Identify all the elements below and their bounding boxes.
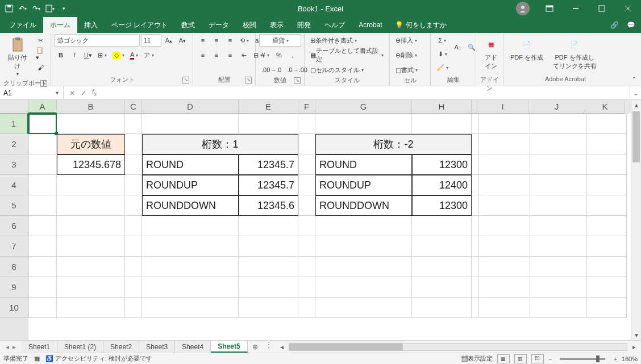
cell[interactable]: ROUNDUP [142, 175, 239, 195]
cell[interactable] [57, 114, 125, 134]
cell[interactable] [315, 298, 412, 318]
font-color-button[interactable]: A [128, 49, 140, 61]
cell[interactable] [239, 257, 298, 277]
formula-input[interactable] [102, 86, 630, 99]
normal-view-icon[interactable]: ▦ [497, 354, 510, 363]
sheet-tab[interactable]: Sheet1 (2) [57, 341, 103, 353]
cell[interactable] [530, 236, 587, 257]
addin-button[interactable]: ▦ アドイン [480, 34, 502, 73]
tab-formulas[interactable]: 数式 [174, 17, 202, 33]
zoom-in-icon[interactable]: + [613, 355, 617, 362]
expand-formula-icon[interactable]: ⌄ [630, 86, 641, 99]
cell-styles-button[interactable]: ▢ セルのスタイル [308, 64, 366, 76]
row-header[interactable]: 9 [0, 277, 28, 298]
maximize-button[interactable] [589, 0, 615, 17]
cell[interactable] [530, 277, 587, 298]
orientation-icon[interactable]: ⟲ [238, 34, 251, 47]
tab-split-handle[interactable]: ⋮ [263, 341, 275, 353]
tab-developer[interactable]: 開発 [290, 17, 318, 33]
row-header[interactable]: 6 [0, 216, 28, 236]
cell[interactable] [479, 236, 530, 257]
cell[interactable] [57, 175, 125, 195]
cell[interactable] [587, 257, 627, 277]
tab-help[interactable]: ヘルプ [318, 17, 352, 33]
column-header[interactable]: A [28, 100, 57, 114]
cell[interactable]: ROUNDUP [315, 175, 412, 195]
align-left-icon[interactable]: ≡ [197, 49, 209, 61]
cell[interactable] [57, 277, 125, 298]
cell[interactable]: ROUND [315, 154, 412, 175]
format-cells-button[interactable]: ▢ 書式 [393, 64, 420, 76]
indent-dec-icon[interactable]: ⇤ [238, 49, 250, 61]
column-header[interactable]: B [57, 100, 125, 114]
redo-icon[interactable]: ↷▾ [32, 4, 41, 13]
sort-filter-icon[interactable]: A↓ [452, 34, 464, 60]
accessibility-status[interactable]: ♿ アクセシビリティ: 検討が必要です [45, 354, 152, 363]
cell[interactable] [472, 114, 479, 134]
user-avatar[interactable] [516, 2, 530, 15]
cell[interactable] [239, 114, 298, 134]
italic-button[interactable]: I [68, 49, 81, 61]
sheet-tab[interactable]: Sheet3 [139, 341, 175, 353]
cell[interactable] [479, 134, 530, 154]
sheet-tab[interactable]: Sheet1 [22, 341, 57, 353]
cell[interactable] [298, 195, 315, 216]
cell[interactable] [28, 195, 57, 216]
scroll-left-icon[interactable]: ◂ [277, 343, 286, 351]
display-settings[interactable]: ▦表示設定 [461, 354, 493, 363]
row-header[interactable]: 2 [0, 134, 28, 154]
paste-button[interactable]: 貼り付け ▾ [3, 34, 31, 79]
increase-font-icon[interactable]: A▴ [163, 34, 175, 47]
cell[interactable] [28, 257, 57, 277]
scroll-up-icon[interactable]: ▴ [631, 100, 641, 110]
share-pdf-button[interactable]: 📄 PDF を作成してリンクを共有 [549, 34, 600, 73]
column-header[interactable] [472, 100, 477, 114]
cell[interactable] [28, 298, 57, 318]
fill-icon[interactable]: ⬇ [434, 48, 451, 60]
scroll-thumb[interactable] [632, 111, 640, 162]
cell[interactable] [315, 216, 412, 236]
cell[interactable] [298, 175, 315, 195]
cell[interactable] [28, 134, 57, 154]
cell[interactable] [239, 277, 298, 298]
column-header[interactable]: E [239, 100, 298, 114]
cell[interactable] [125, 277, 142, 298]
cell[interactable]: ROUND [142, 154, 239, 175]
row-header[interactable]: 3 [0, 154, 28, 175]
cell[interactable] [587, 175, 627, 195]
cell[interactable] [125, 154, 142, 175]
minimize-button[interactable] [563, 0, 589, 17]
cell[interactable] [57, 216, 125, 236]
cell[interactable] [587, 195, 627, 216]
font-size-input[interactable] [141, 34, 161, 47]
cell[interactable] [530, 134, 587, 154]
decrease-font-icon[interactable]: A▾ [176, 34, 189, 47]
cell[interactable] [142, 257, 239, 277]
cell[interactable] [412, 277, 472, 298]
new-icon[interactable]: ▾ [45, 4, 55, 13]
cancel-formula-icon[interactable]: ✕ [69, 89, 75, 97]
tell-me-search[interactable]: 💡 何をしますか [389, 17, 452, 33]
font-name-input[interactable] [55, 34, 140, 47]
cell[interactable] [57, 298, 125, 318]
dialog-launcher-icon[interactable]: ↘ [182, 77, 189, 83]
cell[interactable] [412, 257, 472, 277]
cell[interactable] [412, 114, 472, 134]
scroll-right-icon[interactable]: ▸ [630, 343, 639, 351]
fill-color-button[interactable]: ◇ [110, 49, 127, 61]
border-button[interactable]: ⊞ [95, 49, 109, 61]
cell[interactable]: ROUNDDOWN [142, 195, 239, 216]
align-bottom-icon[interactable]: ≡ [224, 34, 236, 47]
sheet-nav-prev-icon[interactable]: ◂ [6, 343, 9, 351]
cell[interactable] [298, 154, 315, 175]
autosum-icon[interactable]: Σ [434, 34, 451, 47]
page-layout-view-icon[interactable]: ▥ [514, 354, 527, 363]
cell[interactable] [28, 216, 57, 236]
tab-data[interactable]: データ [202, 17, 236, 33]
format-painter-icon[interactable]: 🖌 [34, 61, 47, 74]
comments-icon[interactable]: 💬 [627, 21, 635, 29]
column-header[interactable]: I [477, 100, 528, 114]
cell[interactable] [239, 236, 298, 257]
cell[interactable] [125, 134, 142, 154]
sheet-tab[interactable]: Sheet4 [175, 341, 211, 353]
